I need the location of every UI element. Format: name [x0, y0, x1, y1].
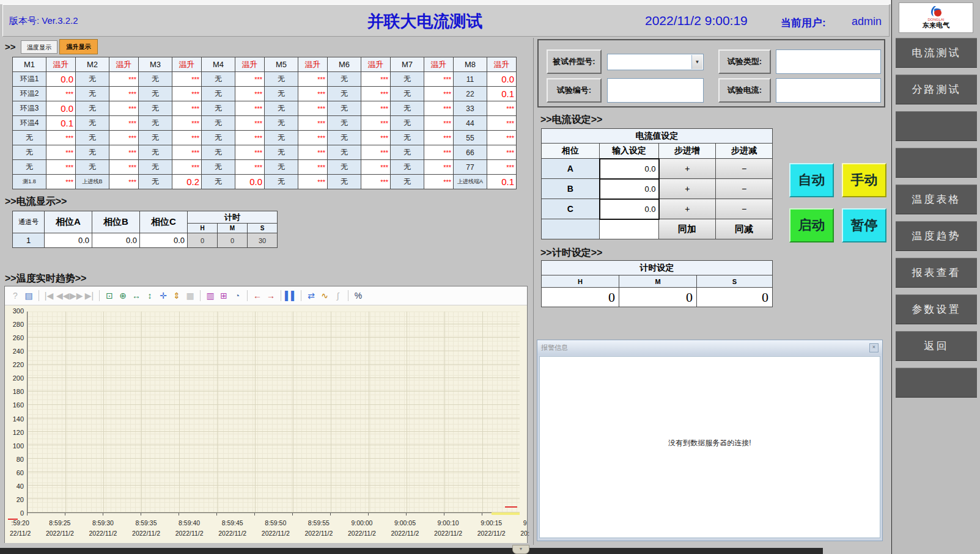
temp-label-cell: 无	[265, 116, 298, 131]
grid-icon[interactable]: ▦	[184, 290, 196, 302]
percent-scale-icon[interactable]: %	[352, 290, 364, 302]
test-current-input[interactable]	[776, 78, 881, 103]
sidebar-item-7[interactable]: 参数设置	[896, 294, 977, 324]
y-axis-tick-label: 300	[13, 307, 24, 315]
cursor-icon[interactable]: ⇄	[305, 290, 317, 302]
pause-trend-icon[interactable]: ▌▌	[285, 290, 297, 302]
temp-table-row: 无***无***无***无***无***无***无***55***	[13, 131, 517, 145]
timer-col-h: H	[542, 275, 619, 288]
all-step-down-button[interactable]: 同减	[716, 219, 773, 239]
temp-value-cell: ***	[298, 160, 328, 175]
sidebar-item-9[interactable]	[896, 368, 977, 398]
timer-minutes-setting[interactable]: 0	[619, 288, 697, 307]
phase-a-setpoint[interactable]: 0.0	[600, 159, 659, 179]
temp-label-cell: 无	[139, 160, 172, 175]
scale-axis-icon[interactable]: ⇕	[171, 290, 183, 302]
col-hours: H	[188, 224, 218, 233]
combo-dropdown-icon[interactable]: ▼	[691, 55, 702, 69]
temp-label-cell: 11	[454, 72, 487, 87]
temp-label-cell: 无	[391, 101, 424, 116]
tab-temperature-rise-display[interactable]: 温升显示	[59, 39, 98, 54]
range-brackets-icon[interactable]: ∿	[319, 290, 331, 302]
pause-button[interactable]: 暂停	[842, 208, 886, 242]
temp-col-header: 温升	[298, 57, 328, 72]
temp-value-cell: ***	[172, 145, 202, 160]
phase-c-step-up-button[interactable]: +	[659, 199, 716, 219]
clock-icon[interactable]: ◔	[231, 290, 243, 302]
temp-label-cell: 无	[328, 87, 361, 101]
next-page-icon[interactable]: ▶▶	[70, 290, 82, 302]
temp-label-cell: 无	[328, 72, 361, 87]
temp-label-cell: 无	[202, 131, 235, 145]
test-type-input[interactable]	[776, 49, 881, 74]
all-step-up-button[interactable]: 同加	[659, 219, 716, 239]
timer-setting-table: 计时设定 H M S 0 0 0	[541, 260, 773, 307]
plot-area[interactable]	[27, 312, 520, 513]
sidebar-item-1[interactable]: 分路测试	[896, 75, 977, 104]
phase-b-step-down-button[interactable]: −	[716, 179, 773, 199]
alarm-titlebar[interactable]: 报警信息 ×	[537, 340, 882, 355]
x-axis-ticks	[27, 513, 520, 516]
zoom-box-icon[interactable]: ⊡	[103, 290, 116, 302]
function-icon[interactable]: ∫	[332, 290, 344, 302]
temp-value-cell: ***	[172, 131, 202, 145]
sidebar-item-8[interactable]: 返回	[896, 331, 977, 361]
col-phase-a: 相位A	[45, 211, 92, 233]
last-page-icon[interactable]: ▶|	[83, 290, 95, 302]
x-axis-labels: :59:2022/11/28:59:252022/11/28:59:302022…	[10, 518, 529, 539]
top-strip	[0, 0, 891, 4]
sidebar-item-0[interactable]: 电流测试	[896, 38, 977, 68]
toolbar-separator	[348, 290, 348, 301]
temp-label-cell: 无	[139, 175, 172, 189]
temp-table-row: 测1.8***上进线B***无0.2无0.0无***无***无***上进线端A0…	[13, 175, 517, 189]
sidebar-item-5[interactable]: 温度趋势	[896, 221, 977, 251]
sidebar-item-2[interactable]	[896, 111, 977, 141]
temp-value-cell: ***	[109, 72, 139, 87]
temp-value-cell: ***	[424, 116, 454, 131]
temp-label-cell: 无	[328, 101, 361, 116]
phase-a-step-down-button[interactable]: −	[716, 159, 773, 179]
help-icon[interactable]: ?	[9, 290, 21, 302]
phase-a-step-up-button[interactable]: +	[659, 159, 716, 179]
phase-c-step-down-button[interactable]: −	[716, 199, 773, 219]
auto-button[interactable]: 自动	[789, 163, 834, 197]
start-button[interactable]: 启动	[789, 208, 834, 242]
first-page-icon[interactable]: |◀	[43, 290, 55, 302]
sidebar-item-6[interactable]: 报表查看	[896, 258, 977, 288]
scroll-left-icon[interactable]: ←	[251, 290, 263, 302]
zoom-vertical-icon[interactable]: ↕	[144, 290, 156, 302]
test-number-input[interactable]	[607, 78, 704, 103]
collapse-handle[interactable]: ▼	[512, 545, 529, 554]
export-report-icon[interactable]: ▤	[23, 290, 35, 302]
zoom-horizontal-icon[interactable]: ↔	[130, 290, 142, 302]
add-curve-icon[interactable]: ⊞	[218, 290, 230, 302]
temp-value-cell: ***	[424, 72, 454, 87]
temp-value-cell: ***	[235, 101, 265, 116]
sidebar-item-3[interactable]	[896, 148, 977, 178]
tab-temperature-display[interactable]: 温度显示	[21, 40, 57, 54]
data-columns-icon[interactable]: ▥	[204, 290, 216, 302]
x-axis-tick-label: 9:00:002022/11/2	[348, 518, 376, 539]
phase-c-setpoint[interactable]: 0.0	[600, 199, 659, 219]
model-combobox[interactable]: ▼	[607, 54, 704, 70]
scroll-right-icon[interactable]: →	[265, 290, 277, 302]
sidebar-item-4[interactable]: 温度表格	[896, 184, 977, 214]
temp-label-cell: 无	[391, 175, 424, 189]
zoom-in-icon[interactable]: ⊕	[117, 290, 129, 302]
temp-value-cell: 0.1	[46, 116, 76, 131]
temp-value-cell: ***	[235, 72, 265, 87]
timer-hours-setting[interactable]: 0	[542, 288, 619, 307]
pan-icon[interactable]: ✛	[157, 290, 169, 302]
close-icon[interactable]: ×	[869, 343, 879, 352]
timer-seconds-value: 30	[248, 233, 278, 248]
prev-page-icon[interactable]: ◀◀	[56, 290, 68, 302]
phase-b-step-up-button[interactable]: +	[659, 179, 716, 199]
temp-col-header: 温升	[487, 57, 517, 72]
x-axis-tick-label: :59:2022/11/2	[10, 518, 31, 539]
timer-minutes-value: 0	[218, 233, 248, 248]
timer-seconds-setting[interactable]: 0	[697, 288, 773, 307]
manual-button[interactable]: 手动	[842, 163, 886, 197]
temp-label-cell: 无	[391, 72, 424, 87]
temp-value-cell: ***	[424, 87, 454, 101]
phase-b-setpoint[interactable]: 0.0	[600, 179, 659, 199]
